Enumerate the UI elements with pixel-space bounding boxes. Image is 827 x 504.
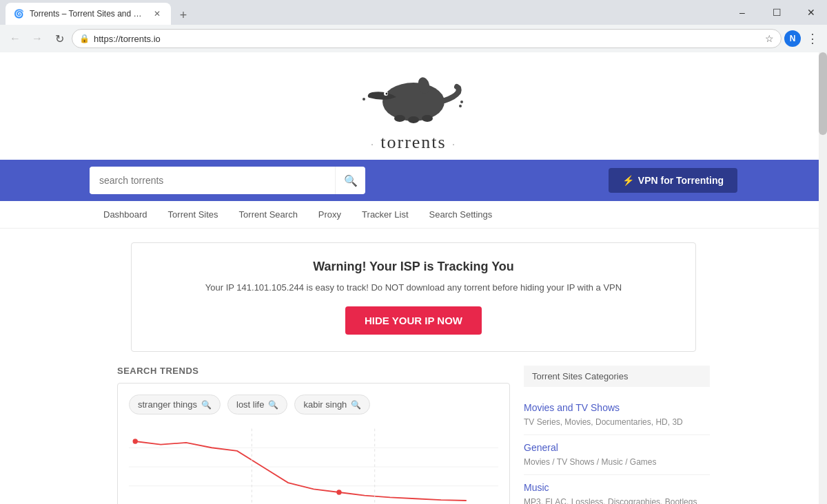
tab-title: Torrents – Torrent Sites and Sear bbox=[30, 9, 146, 19]
trend-tag-0[interactable]: stranger things 🔍 bbox=[129, 395, 221, 414]
scrollbar-thumb[interactable] bbox=[819, 52, 827, 135]
new-tab-button[interactable]: + bbox=[174, 6, 193, 25]
svg-point-2 bbox=[386, 93, 388, 95]
browser-menu-button[interactable]: ⋮ bbox=[804, 31, 821, 46]
hide-ip-button[interactable]: HIDE YOUR IP NOW bbox=[345, 306, 482, 335]
trend-tags: stranger things 🔍 lost life 🔍 kabir sing… bbox=[129, 395, 498, 414]
profile-button[interactable]: N bbox=[784, 30, 801, 47]
svg-point-14 bbox=[336, 490, 341, 494]
category-link-0[interactable]: Movies and TV Shows bbox=[524, 402, 710, 413]
category-item-2: Music MP3, FLAC, Lossless, Discographies… bbox=[524, 475, 710, 504]
minimize-button[interactable]: – bbox=[726, 1, 758, 23]
nav-search-settings[interactable]: Search Settings bbox=[429, 209, 493, 220]
category-item-0: Movies and TV Shows TV Series, Movies, D… bbox=[524, 395, 710, 435]
tab-close-button[interactable]: ✕ bbox=[152, 8, 163, 19]
lock-icon: 🔒 bbox=[79, 34, 90, 43]
svg-point-6 bbox=[422, 115, 433, 122]
trend-search-icon-0: 🔍 bbox=[201, 400, 212, 410]
svg-point-13 bbox=[133, 439, 138, 443]
svg-point-7 bbox=[363, 98, 365, 101]
search-trends-title: SEARCH TRENDS bbox=[117, 366, 510, 376]
trend-tag-2[interactable]: kabir singh 🔍 bbox=[294, 395, 370, 414]
browser-tab[interactable]: 🌀 Torrents – Torrent Sites and Sear ✕ bbox=[6, 3, 171, 25]
svg-point-0 bbox=[382, 83, 445, 121]
search-section: 🔍 ⚡ VPN for Torrenting bbox=[0, 160, 827, 201]
maximize-button[interactable]: ☐ bbox=[761, 1, 793, 23]
trends-box: stranger things 🔍 lost life 🔍 kabir sing… bbox=[117, 383, 510, 504]
back-button[interactable]: ← bbox=[6, 29, 25, 48]
browser-navbar: ← → ↻ 🔒 https://torrents.io ☆ N ⋮ bbox=[0, 25, 827, 52]
trend-search-icon-1: 🔍 bbox=[268, 400, 278, 410]
trend-label-2: kabir singh bbox=[303, 399, 347, 410]
close-button[interactable]: ✕ bbox=[795, 1, 827, 23]
search-submit-button[interactable]: 🔍 bbox=[335, 167, 365, 194]
category-desc-1: Movies / TV Shows / Music / Games bbox=[524, 457, 657, 467]
trend-label-0: stranger things bbox=[138, 399, 197, 410]
anteater-logo bbox=[358, 66, 469, 128]
category-desc-0: TV Series, Movies, Documentaries, HD, 3D bbox=[524, 417, 683, 427]
warning-box-inner: Warning! Your ISP is Tracking You Your I… bbox=[148, 260, 679, 335]
right-column: Torrent Sites Categories Movies and TV S… bbox=[524, 366, 710, 504]
svg-point-9 bbox=[459, 105, 462, 107]
nav-torrent-search[interactable]: Torrent Search bbox=[239, 209, 298, 220]
warning-title: Warning! Your ISP is Tracking You bbox=[148, 260, 679, 274]
lightning-icon: ⚡ bbox=[622, 175, 634, 186]
logo-area: · torrents · bbox=[0, 52, 827, 160]
category-desc-2: MP3, FLAC, Lossless, Discographies, Boot… bbox=[524, 497, 697, 504]
nav-menu-inner: Dashboard Torrent Sites Torrent Search P… bbox=[90, 207, 737, 222]
left-column: SEARCH TRENDS stranger things 🔍 lost lif… bbox=[117, 366, 510, 504]
category-link-2[interactable]: Music bbox=[524, 482, 710, 493]
nav-menu: Dashboard Torrent Sites Torrent Search P… bbox=[0, 201, 827, 229]
url-text: https://torrents.io bbox=[94, 34, 761, 44]
warning-box: Warning! Your ISP is Tracking You Your I… bbox=[131, 242, 696, 352]
trends-chart bbox=[129, 426, 498, 504]
trend-search-icon-2: 🔍 bbox=[351, 400, 361, 410]
trend-label-1: lost life bbox=[236, 399, 264, 410]
browser-chrome: 🌀 Torrents – Torrent Sites and Sear ✕ + … bbox=[0, 0, 827, 52]
chart-area bbox=[129, 426, 498, 504]
nav-torrent-sites[interactable]: Torrent Sites bbox=[168, 209, 218, 220]
window-controls: – ☐ ✕ bbox=[726, 1, 827, 23]
search-box: 🔍 bbox=[90, 167, 365, 194]
scrollbar-track bbox=[819, 52, 827, 504]
tab-favicon-icon: 🌀 bbox=[14, 9, 24, 19]
nav-tracker-list[interactable]: Tracker List bbox=[362, 209, 408, 220]
page-content: · torrents · 🔍 ⚡ VPN for Torrenting Dash… bbox=[0, 52, 827, 504]
nav-proxy[interactable]: Proxy bbox=[318, 209, 341, 220]
svg-point-8 bbox=[460, 101, 463, 103]
trend-tag-1[interactable]: lost life 🔍 bbox=[227, 395, 287, 414]
address-bar[interactable]: 🔒 https://torrents.io ☆ bbox=[72, 29, 782, 48]
reload-button[interactable]: ↻ bbox=[50, 29, 69, 48]
search-inner: 🔍 ⚡ VPN for Torrenting bbox=[90, 167, 737, 194]
warning-message: Your IP 141.101.105.244 is easy to track… bbox=[148, 282, 679, 293]
search-input[interactable] bbox=[90, 168, 335, 193]
category-link-1[interactable]: General bbox=[524, 442, 710, 453]
category-item-1: General Movies / TV Shows / Music / Game… bbox=[524, 435, 710, 475]
search-icon: 🔍 bbox=[344, 174, 358, 187]
vpn-button[interactable]: ⚡ VPN for Torrenting bbox=[609, 168, 737, 193]
categories-title: Torrent Sites Categories bbox=[524, 366, 710, 387]
forward-button[interactable]: → bbox=[28, 29, 47, 48]
nav-dashboard[interactable]: Dashboard bbox=[103, 209, 147, 220]
svg-point-4 bbox=[394, 115, 405, 122]
svg-point-5 bbox=[408, 116, 419, 123]
bookmark-icon[interactable]: ☆ bbox=[765, 33, 774, 44]
site-logo-text: · torrents · bbox=[0, 132, 827, 153]
